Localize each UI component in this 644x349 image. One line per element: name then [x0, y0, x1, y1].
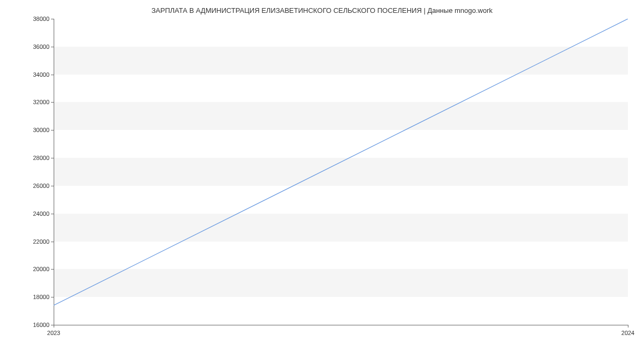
y-tick-label: 36000: [33, 43, 49, 50]
y-tick-label: 38000: [33, 16, 49, 22]
x-tick: [628, 325, 628, 328]
y-tick-label: 20000: [33, 266, 49, 272]
y-tick-label: 18000: [33, 294, 49, 300]
y-tick-label: 24000: [33, 210, 49, 217]
y-tick-label: 26000: [33, 183, 49, 189]
y-tick-label: 28000: [33, 155, 49, 161]
y-tick-label: 22000: [33, 238, 49, 245]
x-tick-label: 2023: [47, 330, 60, 336]
line-plot-svg: [54, 19, 628, 325]
y-tick-label: 30000: [33, 127, 49, 133]
x-tick-label: 2024: [621, 330, 634, 336]
data-line: [54, 19, 628, 306]
y-tick-label: 32000: [33, 99, 49, 105]
y-tick-label: 16000: [33, 322, 49, 328]
x-axis-line: [54, 325, 628, 325]
chart-container: ЗАРПЛАТА В АДМИНИСТРАЦИЯ ЕЛИЗАВЕТИНСКОГО…: [0, 0, 644, 349]
y-tick-label: 34000: [33, 71, 49, 78]
x-tick: [54, 325, 54, 328]
chart-title: ЗАРПЛАТА В АДМИНИСТРАЦИЯ ЕЛИЗАВЕТИНСКОГО…: [0, 6, 644, 14]
